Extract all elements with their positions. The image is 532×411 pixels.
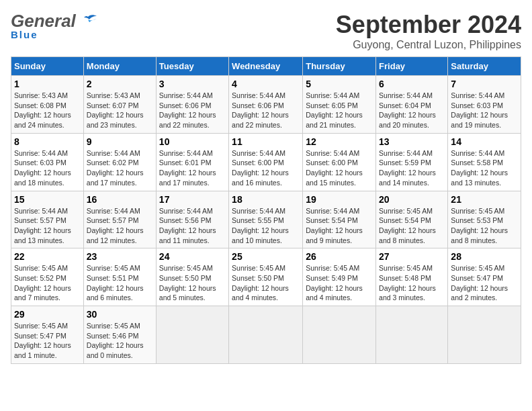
day-info: Sunrise: 5:45 AM Sunset: 5:53 PM Dayligh… [451, 206, 518, 246]
calendar-table: Sunday Monday Tuesday Wednesday Thursday… [11, 56, 521, 364]
calendar-cell: 8Sunrise: 5:44 AM Sunset: 6:03 PM Daylig… [11, 133, 84, 191]
day-info: Sunrise: 5:44 AM Sunset: 5:56 PM Dayligh… [159, 206, 226, 246]
calendar-cell: 7Sunrise: 5:44 AM Sunset: 6:03 PM Daylig… [448, 76, 521, 134]
day-number: 19 [306, 194, 373, 205]
day-info: Sunrise: 5:45 AM Sunset: 5:54 PM Dayligh… [379, 206, 445, 246]
day-info: Sunrise: 5:45 AM Sunset: 5:49 PM Dayligh… [306, 263, 373, 303]
col-friday: Friday [376, 57, 448, 76]
day-number: 8 [14, 136, 81, 147]
day-info: Sunrise: 5:44 AM Sunset: 6:05 PM Dayligh… [306, 91, 373, 130]
day-info: Sunrise: 5:44 AM Sunset: 5:57 PM Dayligh… [87, 206, 153, 246]
calendar-cell: 25Sunrise: 5:45 AM Sunset: 5:50 PM Dayli… [229, 248, 303, 306]
calendar-cell: 18Sunrise: 5:44 AM Sunset: 5:55 PM Dayli… [229, 191, 303, 248]
day-info: Sunrise: 5:44 AM Sunset: 6:03 PM Dayligh… [14, 148, 81, 188]
day-info: Sunrise: 5:44 AM Sunset: 6:00 PM Dayligh… [232, 148, 300, 188]
calendar-cell: 23Sunrise: 5:45 AM Sunset: 5:51 PM Dayli… [83, 248, 156, 306]
calendar-cell: 2Sunrise: 5:43 AM Sunset: 6:07 PM Daylig… [83, 76, 156, 134]
day-info: Sunrise: 5:44 AM Sunset: 6:00 PM Dayligh… [306, 148, 373, 188]
calendar-cell: 30Sunrise: 5:45 AM Sunset: 5:46 PM Dayli… [83, 306, 156, 364]
month-title: September 2024 [336, 11, 521, 39]
calendar-cell: 26Sunrise: 5:45 AM Sunset: 5:49 PM Dayli… [303, 248, 376, 306]
day-number: 18 [232, 194, 300, 205]
day-number: 26 [306, 251, 373, 262]
calendar-cell [303, 306, 376, 364]
day-info: Sunrise: 5:44 AM Sunset: 5:59 PM Dayligh… [379, 148, 445, 188]
calendar-cell [376, 306, 448, 364]
col-wednesday: Wednesday [229, 57, 303, 76]
day-number: 7 [451, 79, 518, 89]
days-header-row: Sunday Monday Tuesday Wednesday Thursday… [11, 57, 521, 76]
location-subtitle: Guyong, Central Luzon, Philippines [336, 39, 521, 51]
day-number: 14 [451, 136, 518, 147]
day-info: Sunrise: 5:44 AM Sunset: 5:57 PM Dayligh… [14, 206, 81, 246]
day-number: 4 [232, 79, 300, 89]
calendar-cell: 21Sunrise: 5:45 AM Sunset: 5:53 PM Dayli… [448, 191, 521, 248]
col-thursday: Thursday [303, 57, 376, 76]
calendar-cell: 20Sunrise: 5:45 AM Sunset: 5:54 PM Dayli… [376, 191, 448, 248]
day-info: Sunrise: 5:45 AM Sunset: 5:48 PM Dayligh… [379, 263, 445, 303]
calendar-cell: 12Sunrise: 5:44 AM Sunset: 6:00 PM Dayli… [303, 133, 376, 191]
day-number: 3 [159, 79, 226, 89]
day-number: 20 [379, 194, 445, 205]
day-number: 6 [379, 79, 445, 89]
day-number: 11 [232, 136, 300, 147]
calendar-cell: 11Sunrise: 5:44 AM Sunset: 6:00 PM Dayli… [229, 133, 303, 191]
day-info: Sunrise: 5:44 AM Sunset: 6:06 PM Dayligh… [232, 91, 300, 130]
col-monday: Monday [83, 57, 156, 76]
day-number: 23 [87, 251, 153, 262]
day-info: Sunrise: 5:45 AM Sunset: 5:46 PM Dayligh… [87, 321, 153, 361]
day-number: 12 [306, 136, 373, 147]
day-info: Sunrise: 5:44 AM Sunset: 5:58 PM Dayligh… [451, 148, 518, 188]
calendar-week-row: 1Sunrise: 5:43 AM Sunset: 6:08 PM Daylig… [11, 76, 521, 134]
day-number: 21 [451, 194, 518, 205]
calendar-cell: 28Sunrise: 5:45 AM Sunset: 5:47 PM Dayli… [448, 248, 521, 306]
col-tuesday: Tuesday [156, 57, 228, 76]
calendar-cell: 3Sunrise: 5:44 AM Sunset: 6:06 PM Daylig… [156, 76, 228, 134]
day-info: Sunrise: 5:44 AM Sunset: 6:04 PM Dayligh… [379, 91, 445, 130]
day-number: 22 [14, 251, 81, 262]
day-info: Sunrise: 5:45 AM Sunset: 5:50 PM Dayligh… [159, 263, 226, 303]
day-info: Sunrise: 5:43 AM Sunset: 6:07 PM Dayligh… [87, 91, 153, 130]
logo: General Blue [11, 11, 97, 40]
day-number: 28 [451, 251, 518, 262]
calendar-cell: 14Sunrise: 5:44 AM Sunset: 5:58 PM Dayli… [448, 133, 521, 191]
day-number: 10 [159, 136, 226, 147]
day-number: 2 [87, 79, 153, 89]
day-info: Sunrise: 5:44 AM Sunset: 6:03 PM Dayligh… [451, 91, 518, 130]
day-info: Sunrise: 5:45 AM Sunset: 5:47 PM Dayligh… [451, 263, 518, 303]
calendar-cell: 5Sunrise: 5:44 AM Sunset: 6:05 PM Daylig… [303, 76, 376, 134]
day-number: 13 [379, 136, 445, 147]
day-info: Sunrise: 5:44 AM Sunset: 5:54 PM Dayligh… [306, 206, 373, 246]
calendar-cell: 16Sunrise: 5:44 AM Sunset: 5:57 PM Dayli… [83, 191, 156, 248]
calendar-cell: 27Sunrise: 5:45 AM Sunset: 5:48 PM Dayli… [376, 248, 448, 306]
calendar-cell: 17Sunrise: 5:44 AM Sunset: 5:56 PM Dayli… [156, 191, 228, 248]
day-number: 24 [159, 251, 226, 262]
calendar-cell: 9Sunrise: 5:44 AM Sunset: 6:02 PM Daylig… [83, 133, 156, 191]
logo-bird-icon [79, 14, 97, 29]
calendar-cell [229, 306, 303, 364]
calendar-cell: 13Sunrise: 5:44 AM Sunset: 5:59 PM Dayli… [376, 133, 448, 191]
day-info: Sunrise: 5:44 AM Sunset: 6:01 PM Dayligh… [159, 148, 226, 188]
calendar-cell: 1Sunrise: 5:43 AM Sunset: 6:08 PM Daylig… [11, 76, 84, 134]
day-info: Sunrise: 5:45 AM Sunset: 5:47 PM Dayligh… [14, 321, 81, 361]
day-info: Sunrise: 5:45 AM Sunset: 5:50 PM Dayligh… [232, 263, 300, 303]
page-header: General Blue September 2024 Guyong, Cent… [11, 11, 521, 51]
day-number: 9 [87, 136, 153, 147]
day-number: 5 [306, 79, 373, 89]
day-number: 29 [14, 309, 81, 320]
calendar-cell: 6Sunrise: 5:44 AM Sunset: 6:04 PM Daylig… [376, 76, 448, 134]
calendar-cell: 22Sunrise: 5:45 AM Sunset: 5:52 PM Dayli… [11, 248, 84, 306]
day-number: 17 [159, 194, 226, 205]
day-number: 25 [232, 251, 300, 262]
calendar-week-row: 22Sunrise: 5:45 AM Sunset: 5:52 PM Dayli… [11, 248, 521, 306]
calendar-week-row: 29Sunrise: 5:45 AM Sunset: 5:47 PM Dayli… [11, 306, 521, 364]
calendar-cell: 29Sunrise: 5:45 AM Sunset: 5:47 PM Dayli… [11, 306, 84, 364]
col-saturday: Saturday [448, 57, 521, 76]
day-number: 27 [379, 251, 445, 262]
day-info: Sunrise: 5:44 AM Sunset: 6:06 PM Dayligh… [159, 91, 226, 130]
day-info: Sunrise: 5:43 AM Sunset: 6:08 PM Dayligh… [14, 91, 81, 130]
day-number: 1 [14, 79, 81, 89]
col-sunday: Sunday [11, 57, 84, 76]
calendar-week-row: 15Sunrise: 5:44 AM Sunset: 5:57 PM Dayli… [11, 191, 521, 248]
calendar-cell: 15Sunrise: 5:44 AM Sunset: 5:57 PM Dayli… [11, 191, 84, 248]
